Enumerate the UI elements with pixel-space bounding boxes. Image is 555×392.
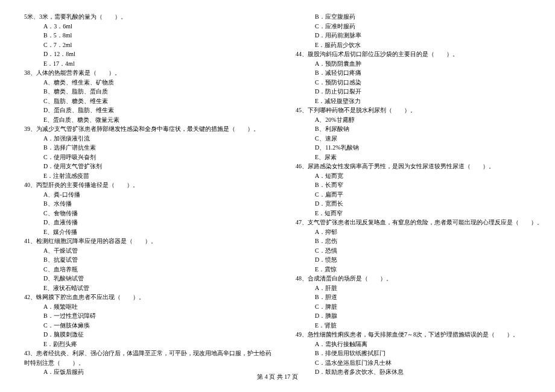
option-line: A、干燥试管 — [24, 246, 271, 256]
question-line: 时特别注意（ ）。 — [24, 358, 271, 368]
option-line: B．悲伤 — [296, 236, 543, 246]
question-line: 39、为减少支气管扩张患者肺部继发性感染和全身中毒症状，最关键的措施是（ ）。 — [24, 124, 271, 134]
question-line: 41、检测红细胞沉降率应使用的容器是（ ）。 — [24, 236, 271, 246]
option-line: C、速尿 — [296, 134, 543, 144]
left-column: 5米、3米，需要乳酸的量为（ ）。A．3．6mlB．5．8mlC．7．2mlD．… — [24, 12, 271, 368]
option-line: E．短而窄 — [296, 209, 543, 218]
option-line: B、抗凝试管 — [24, 255, 271, 265]
option-line: D、血液传播 — [24, 218, 271, 227]
option-line: C．应准时服药 — [296, 22, 543, 31]
option-line: C．7．2ml — [24, 40, 271, 50]
option-line: C、脂肪、糖类、维生素 — [24, 96, 271, 106]
option-line: B、利尿酸钠 — [296, 124, 543, 134]
option-line: D．使用支气管扩张剂 — [24, 162, 271, 171]
option-line: A．短而宽 — [296, 171, 543, 181]
option-line: B．5．8ml — [24, 31, 271, 40]
option-line: A．频繁呕吐 — [24, 302, 271, 312]
option-line: E、尿素 — [296, 153, 543, 162]
option-line: D．愤怒 — [296, 255, 543, 265]
option-line: D．胰腺 — [296, 311, 543, 321]
option-line: C．扁而平 — [296, 190, 543, 200]
option-line: C、血培养瓶 — [24, 265, 271, 274]
option-line: C、食物传播 — [24, 209, 271, 218]
question-line: 45、下列哪种药物不是脱水利尿剂（ ）。 — [296, 106, 543, 115]
question-line: 42、蛛网膜下腔出血患者不应出现（ ）。 — [24, 292, 271, 302]
question-line: 38、人体的热能营养素是（ ）。 — [24, 68, 271, 78]
option-line: B．应空腹服药 — [296, 12, 543, 22]
option-line: C．温水坐浴后肛门涂凡士林 — [296, 358, 543, 368]
option-line: B、糖类、脂肪、蛋白质 — [24, 87, 271, 96]
question-line: 48、合成清蛋白的场所是（ ）。 — [296, 274, 543, 283]
option-line: D．脑膜刺激征 — [24, 330, 271, 340]
option-line: E、媒介传播 — [24, 227, 271, 237]
page-footer: 第 4 页 共 17 页 — [0, 373, 555, 381]
option-line: D、11.2%乳酸钠 — [296, 143, 543, 153]
option-line: B．减轻切口疼痛 — [296, 68, 543, 78]
option-line: A．加强痰液引流 — [24, 134, 271, 144]
option-line: C．脾脏 — [296, 302, 543, 312]
option-line: A、20%甘露醇 — [296, 115, 543, 125]
question-line: 43、患者经抗炎、利尿、强心治疗后，体温降至正常，可平卧，现改用地高辛口服，护士… — [24, 349, 271, 358]
question-line: 44、腹股沟斜疝术后切口部位压沙袋的主要目的是（ ）。 — [296, 49, 543, 59]
question-line: 47、支气管扩张患者出现反复咯血，有窒息的危险，患者最可能出现的心理反应是（ ）… — [296, 218, 543, 227]
option-line: D、乳酸钠试管 — [24, 274, 271, 283]
option-line: E、液状石蜡试管 — [24, 283, 271, 293]
option-line: A、糖类、维生素、矿物质 — [24, 78, 271, 87]
page-content: 5米、3米，需要乳酸的量为（ ）。A．3．6mlB．5．8mlC．7．2mlD．… — [24, 12, 531, 368]
option-line: A．肝脏 — [296, 283, 543, 293]
option-line: E．服药后少饮水 — [296, 40, 543, 50]
question-line: 46、尿路感染女性发病率高于男性，是因为女性尿道较男性尿道（ ）。 — [296, 162, 543, 171]
right-column: B．应空腹服药C．应准时服药D．用药前测脉率E．服药后少饮水44、腹股沟斜疝术后… — [296, 12, 543, 368]
option-line: A．需执行接触隔离 — [296, 340, 543, 349]
option-line: B．长而窄 — [296, 180, 543, 190]
option-line: C．预防切口感染 — [296, 78, 543, 87]
option-line: E．震惊 — [296, 265, 543, 274]
option-line: A、粪-口传播 — [24, 190, 271, 200]
option-line: E．注射流感疫苗 — [24, 171, 271, 181]
option-line: C．使用呼吸兴奋剂 — [24, 153, 271, 162]
question-line: 49、急性细菌性痢疾患者，每天排脓血便7～8次，下述护理措施错误的是（ ）。 — [296, 330, 543, 340]
option-line: E．减轻腹壁张力 — [296, 96, 543, 106]
option-line: C．一侧肢体瘫痪 — [24, 321, 271, 330]
option-line: A．抑郁 — [296, 227, 543, 237]
option-line: B、水传播 — [24, 199, 271, 209]
option-line: D、蛋白质、脂肪、维生素 — [24, 106, 271, 115]
option-line: B．选择广谱抗生素 — [24, 143, 271, 153]
option-line: E．剧烈头疼 — [24, 340, 271, 349]
option-line: B．排便后用软纸擦拭肛门 — [296, 349, 543, 358]
question-line: 40、丙型肝炎的主要传播途径是（ ）。 — [24, 180, 271, 190]
option-line: C．恐惧 — [296, 246, 543, 256]
option-line: B．一过性意识障碍 — [24, 311, 271, 321]
option-line: E．肾脏 — [296, 321, 543, 330]
option-line: D．防止切口裂开 — [296, 87, 543, 96]
option-line: B．胆道 — [296, 292, 543, 302]
option-line: A．3．6ml — [24, 22, 271, 31]
option-line: D．12．8ml — [24, 49, 271, 59]
option-line: E．17．4ml — [24, 59, 271, 69]
option-line: E、蛋白质、糖类、微量元素 — [24, 115, 271, 125]
option-line: A．预防阴囊血肿 — [296, 59, 543, 69]
question-line: 5米、3米，需要乳酸的量为（ ）。 — [24, 12, 271, 22]
option-line: D．宽而长 — [296, 199, 543, 209]
option-line: D．用药前测脉率 — [296, 31, 543, 40]
